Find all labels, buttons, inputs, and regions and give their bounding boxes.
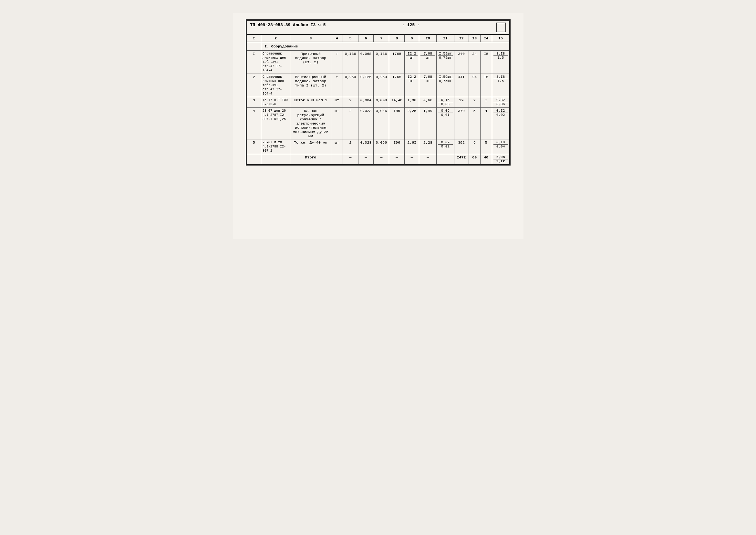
itogo-col6: — — [358, 154, 374, 165]
col-header-10: IO — [419, 35, 437, 42]
row-col15: 0,32 0,06 — [492, 97, 509, 108]
table-row: I Справочник лимитных цен табл.XVI стр.4… — [247, 51, 510, 74]
row-col7: 0,056 — [374, 139, 389, 154]
row-col5: 0,I36 — [343, 51, 358, 74]
row-col8: I85 — [389, 108, 405, 139]
row-num: 3 — [247, 97, 261, 108]
col-header-8: 8 — [389, 35, 405, 42]
row-col10: 2,28 — [419, 139, 437, 154]
row-num: 5 — [247, 139, 261, 154]
row-col8: I765 — [389, 74, 405, 97]
row-col14: 5 — [480, 139, 492, 154]
document-title: ТП 409-28-053.89 Альбом I3 ч.5 — [250, 23, 326, 27]
row-unit: шт — [331, 97, 343, 108]
row-col13: 2 — [469, 97, 480, 108]
row-num: 2 — [247, 74, 261, 97]
itogo-col11 — [437, 154, 454, 165]
row-name: Вентиляционный водяной затвор типа I (шт… — [290, 74, 331, 97]
row-col6: 0,068 — [358, 51, 374, 74]
row-unit: шт — [331, 139, 343, 154]
row-col15: 0,I2 0,02 — [492, 108, 509, 139]
row-col12: 44I — [454, 74, 469, 97]
table-row: 4 23-07 доп.20 п.I-2787 I2-807-I К=I,25 … — [247, 108, 510, 139]
row-col14: I — [480, 97, 492, 108]
itogo-col8: — — [389, 154, 405, 165]
col-header-13: I3 — [469, 35, 480, 42]
row-col6: 0,023 — [358, 108, 374, 139]
section-header-label: I. Оборудование — [261, 42, 510, 51]
row-col12: 392 — [454, 139, 469, 154]
itogo-label: Итого — [290, 154, 331, 165]
itogo-spacer — [247, 154, 261, 165]
col-header-11: II — [437, 35, 454, 42]
row-col7: 0,I36 — [374, 51, 389, 74]
row-col10: 7,68 шт — [419, 74, 437, 97]
row-col13: 5 — [469, 108, 480, 139]
col-header-5: 5 — [343, 35, 358, 42]
row-col9: I2.2 шт — [405, 51, 419, 74]
itogo-col14: 40 — [480, 154, 492, 165]
row-col5: 0,250 — [343, 74, 358, 97]
row-col6: 0,004 — [358, 97, 374, 108]
itogo-col4 — [331, 154, 343, 165]
section-header-spacer — [247, 42, 261, 51]
col-header-3: 3 — [290, 35, 331, 42]
row-col11: 0,09 0,02 — [437, 139, 454, 154]
row-col6: 0,028 — [358, 139, 374, 154]
col-header-9: 9 — [405, 35, 419, 42]
row-col7: 0,046 — [374, 108, 389, 139]
row-unit: т — [331, 74, 343, 97]
row-col12: 29 — [454, 97, 469, 108]
itogo-col15: 6,98 3,I2 — [492, 154, 509, 165]
row-ref: I5-I7 п.I-I00 8-573-6 — [261, 97, 290, 108]
row-col7: 0,250 — [374, 74, 389, 97]
section-header-row: I. Оборудование — [247, 42, 510, 51]
row-num: 4 — [247, 108, 261, 139]
page-box — [496, 23, 506, 32]
table-row: 5 23-07 п.20 п.I-2788 I2-807-2 То же, Ду… — [247, 139, 510, 154]
row-col14: 4 — [480, 108, 492, 139]
header-row: ТП 409-28-053.89 Альбом I3 ч.5 - 125 - — [246, 20, 510, 34]
row-name: Шиток КнП исп.2 — [290, 97, 331, 108]
row-ref: 23-07 доп.20 п.I-2787 I2-807-I К=I,25 — [261, 108, 290, 139]
row-col13: 24 — [469, 74, 480, 97]
row-col10: 0,66 — [419, 97, 437, 108]
row-col5: 2 — [343, 108, 358, 139]
row-col9: I,08 — [405, 97, 419, 108]
table-row: 2 Справочник лимтных цен табл.XVI стр.47… — [247, 74, 510, 97]
row-name: Приточный водяной затвор (шт. 2) — [290, 51, 331, 74]
col-header-2: 2 — [261, 35, 290, 42]
itogo-col7: — — [374, 154, 389, 165]
main-table: I 2 3 4 5 6 7 8 9 IO II I2 I3 I4 I5 — [246, 34, 510, 165]
row-unit: шт — [331, 108, 343, 139]
row-col10: I,99 — [419, 108, 437, 139]
table-row: 3 I5-I7 п.I-I00 8-573-6 Шиток КнП исп.2 … — [247, 97, 510, 108]
row-col11: 0,I6 0,03 — [437, 97, 454, 108]
itogo-col13: 60 — [469, 154, 480, 165]
row-col5: 2 — [343, 97, 358, 108]
row-col5: 2 — [343, 139, 358, 154]
row-col14: I5 — [480, 51, 492, 74]
row-col8: I4,40 — [389, 97, 405, 108]
row-col12: 240 — [454, 51, 469, 74]
row-col8: I765 — [389, 51, 405, 74]
row-col8: I96 — [389, 139, 405, 154]
col-header-4: 4 — [331, 35, 343, 42]
page: ТП 409-28-053.89 Альбом I3 ч.5 - 125 - I… — [233, 13, 524, 239]
row-col15: 0,I8 0,04 — [492, 139, 509, 154]
row-col9: 2,6I — [405, 139, 419, 154]
itogo-col5: — — [343, 154, 358, 165]
itogo-row: Итого — — — — — — I472 60 40 6,98 3, — [247, 154, 510, 165]
row-col13: 5 — [469, 139, 480, 154]
row-col6: 0,I25 — [358, 74, 374, 97]
itogo-spacer2 — [261, 154, 290, 165]
row-unit: т — [331, 51, 343, 74]
row-ref: 23-07 п.20 п.I-2788 I2-807-2 — [261, 139, 290, 154]
col-header-12: I2 — [454, 35, 469, 42]
row-col11: I.59шт 0,75шт — [437, 74, 454, 97]
row-col9: 2,25 — [405, 108, 419, 139]
row-name: Клапан регулирующий 25ч940нж с электриче… — [290, 108, 331, 139]
row-col11: I.59шт 0,75шт — [437, 51, 454, 74]
row-col7: 0,008 — [374, 97, 389, 108]
col-header-15: I5 — [492, 35, 509, 42]
